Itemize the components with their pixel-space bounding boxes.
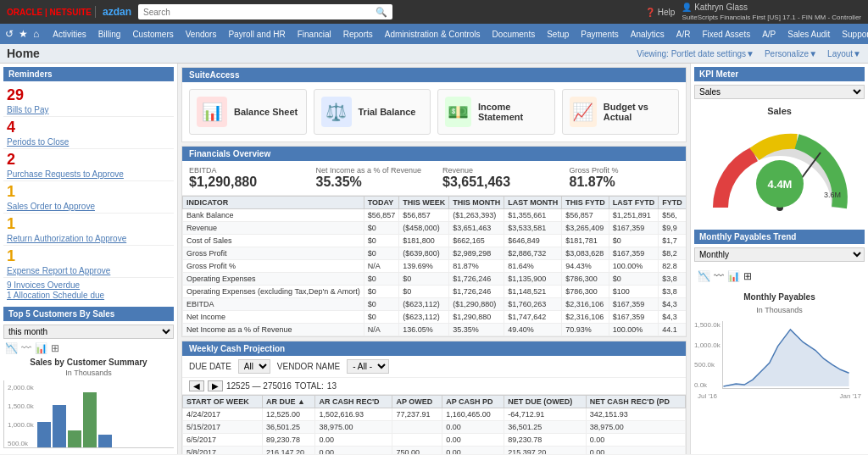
reminder-item: 2 Purchase Requests to Approve [3, 149, 174, 181]
azdan-logo: azdan [95, 6, 131, 18]
table-chart-icon[interactable]: ⊞ [51, 342, 59, 354]
weekly-table-scroll[interactable]: START OF WEEKAR DUE ▲AR CASH REC'DAP OWE… [182, 395, 686, 454]
reminder-link-periods[interactable]: Periods to Close [7, 137, 69, 147]
y-label-1: 500.0k [8, 440, 34, 447]
viewing-control[interactable]: Viewing: Portlet date settings▼ [637, 49, 754, 58]
menu-payments[interactable]: Payments [576, 24, 623, 44]
sales-chart-sub: In Thousands [3, 369, 174, 377]
menu-financial[interactable]: Financial [292, 24, 337, 44]
suite-card-balance-sheet[interactable]: 📊 Balance Sheet [189, 89, 307, 135]
search-bar[interactable]: 🔍 [138, 4, 392, 19]
menu-admin[interactable]: Administration & Controls [380, 24, 486, 44]
reminder-item: 1 Return Authorization to Approve [3, 214, 174, 246]
table-row: Gross Profit %N/A139.69%81.87%81.64%94.4… [183, 260, 687, 273]
search-input[interactable] [143, 8, 372, 17]
trial-balance-icon: ⚖️ [321, 97, 352, 127]
payables-chart-icons: 📉 〰 📊 ⊞ [694, 269, 865, 284]
reminder-number-1c: 1 [7, 247, 170, 265]
favorites-icon[interactable]: ★ [19, 28, 28, 40]
menu-reports[interactable]: Reports [338, 24, 378, 44]
menu-support[interactable]: Support [837, 24, 868, 44]
personalize-control[interactable]: Personalize▼ [765, 49, 817, 58]
table-row: Net Income$0($623,112)$1,290,880$1,747,6… [183, 311, 687, 324]
menu-ar[interactable]: A/R [671, 24, 696, 44]
help-icon[interactable]: ❓ Help [645, 8, 675, 17]
table-row: 6/5/201789,230.780.000.0089,230.780.00 [183, 434, 686, 447]
logo-area: ORACLE | NETSUITE azdan [7, 6, 131, 18]
layout-control[interactable]: Layout▼ [827, 49, 861, 58]
bar-5 [98, 435, 112, 447]
vendor-name-select[interactable]: - All - [347, 359, 389, 374]
fin-kpi-gross-profit: Gross Profit % 81.87% [570, 166, 680, 190]
gauge-container: 4.4M 3.6M [694, 123, 865, 218]
bar-1 [37, 422, 51, 447]
payables-period-select[interactable]: Monthly [694, 247, 865, 262]
menu-activities[interactable]: Activities [47, 24, 91, 44]
suite-access-section: SuiteAccess 📊 Balance Sheet ⚖️ Trial Bal… [181, 67, 687, 142]
weekly-cash-controls: DUE DATE All VENDOR NAME - All - [182, 356, 686, 378]
nav-range: 12525 — 275016 [226, 381, 292, 391]
payables-area-icon[interactable]: 〰 [714, 270, 724, 282]
suite-card-income-statement[interactable]: 💵 Income Statement [437, 89, 555, 135]
menu-customers[interactable]: Customers [127, 24, 178, 44]
reminder-number-1b: 1 [7, 215, 170, 233]
menu-fixed-assets[interactable]: Fixed Assets [697, 24, 755, 44]
due-date-select[interactable]: All [238, 359, 270, 374]
nav-next-btn[interactable]: ▶ [208, 380, 223, 391]
home-icon[interactable]: ⌂ [33, 28, 39, 40]
payables-bar-icon[interactable]: 📊 [727, 270, 740, 282]
col-today: TODAY [364, 197, 399, 209]
table-row: Operating Expenses (excluding Tax,Dep'n … [183, 286, 687, 298]
reminder-item: 4 Periods to Close [3, 117, 174, 149]
reminder-link-return-auth[interactable]: Return Authorization to Approve [7, 234, 126, 243]
reminder-link-sales-order[interactable]: Sales Order to Approve [7, 202, 95, 211]
table-row: 5/8/2017216,147.200.00750.000.00215,397.… [183, 447, 686, 455]
line-chart-icon[interactable]: 📉 [5, 342, 18, 354]
due-date-label: DUE DATE [189, 362, 231, 371]
payables-chart-label: Monthly Payables [694, 292, 865, 302]
reminder-link-purchase[interactable]: Purchase Requests to Approve [7, 169, 124, 179]
suite-card-trial-balance[interactable]: ⚖️ Trial Balance [314, 89, 431, 135]
fin-kpi-net-income-pct: Net Income as a % of Revenue 35.35% [316, 166, 426, 190]
reminder-item: 1 Expense Report to Approve [3, 246, 174, 278]
menu-sales-audit[interactable]: Sales Audit [782, 24, 835, 44]
menu-vendors[interactable]: Vendors [181, 24, 222, 44]
financials-table-scroll[interactable]: INDICATOR TODAY THIS WEEK THIS MONTH LAS… [182, 196, 686, 336]
payables-table-icon[interactable]: ⊞ [743, 270, 752, 282]
y-label-3: 1,500.0k [8, 402, 34, 410]
payables-chart-container: 1,500.0k 1,000.0k 500.0k 0.0k [694, 321, 865, 389]
payables-line-icon[interactable]: 📉 [698, 270, 710, 282]
payables-chart-sub: In Thousands [694, 306, 865, 314]
bar-2 [53, 405, 66, 447]
reminder-item: 1 Sales Order to Approve [3, 181, 174, 214]
refresh-icon[interactable]: ↺ [5, 28, 14, 40]
total-label: TOTAL: [295, 381, 324, 391]
menu-payroll[interactable]: Payroll and HR [223, 24, 290, 44]
bar-chart-icon[interactable]: 📊 [35, 342, 47, 354]
kpi-category-select[interactable]: Sales [694, 85, 865, 99]
table-row: Cost of Sales$0$181,800$662,165$646,849$… [183, 235, 687, 247]
menu-analytics[interactable]: Analytics [626, 24, 670, 44]
reminder-allocation-due[interactable]: 1 Allocation Schedule due [7, 291, 104, 300]
suite-card-budget-actual[interactable]: 📈 Budget vs Actual [562, 89, 680, 135]
trial-balance-label: Trial Balance [359, 107, 416, 117]
menu-ap[interactable]: A/P [757, 24, 781, 44]
sub-nav-right: Viewing: Portlet date settings▼ Personal… [637, 49, 861, 58]
reminder-invoices-overdue[interactable]: 9 Invoices Overdue [7, 280, 80, 290]
svg-text:3.6M: 3.6M [823, 191, 840, 199]
reminder-number-4: 4 [7, 119, 170, 136]
top5-period-select[interactable]: this month [3, 325, 174, 339]
payables-x-1: Jan '17 [839, 392, 861, 400]
area-chart-icon[interactable]: 〰 [21, 342, 31, 354]
menu-quick-icons: ↺ ★ ⌂ [5, 28, 39, 40]
menu-documents[interactable]: Documents [487, 24, 541, 44]
reminder-link-expense[interactable]: Expense Report to Approve [7, 266, 110, 275]
sales-chart-title: Sales by Customer Summary [3, 358, 174, 367]
bar-3 [68, 430, 81, 447]
nav-prev-btn[interactable]: ◀ [189, 380, 204, 391]
svg-text:4.4M: 4.4M [767, 178, 792, 191]
menu-billing[interactable]: Billing [93, 24, 126, 44]
reminder-link-bills[interactable]: Bills to Pay [7, 105, 48, 114]
menu-setup[interactable]: Setup [542, 24, 574, 44]
reminder-number-1a: 1 [7, 183, 170, 201]
